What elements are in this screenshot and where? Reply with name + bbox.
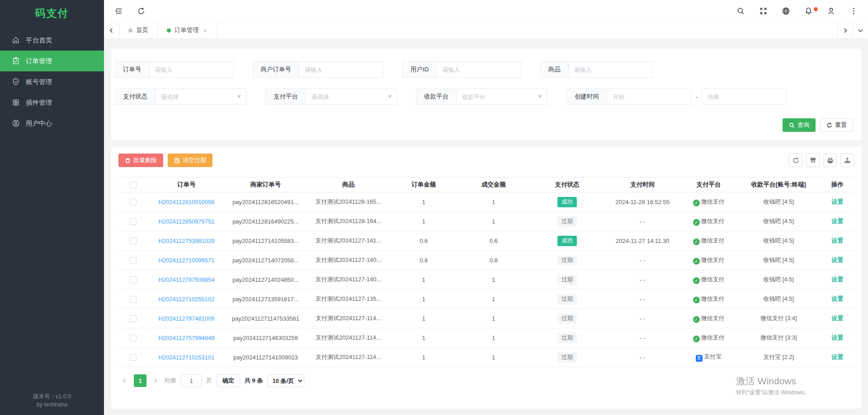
status-badge: 成功 xyxy=(557,197,577,207)
tab-close-icon[interactable]: × xyxy=(203,27,208,34)
sidebar-item-account-management[interactable]: 账号管理 xyxy=(0,71,104,92)
page-jump-input[interactable] xyxy=(181,374,202,387)
order-no-link[interactable]: H2024112757994849 xyxy=(158,335,214,341)
order-no-link[interactable]: H2024112797481009 xyxy=(158,315,214,322)
status-badge: 成功 xyxy=(557,236,577,246)
account-terminal: 收钱吧 [4:5] xyxy=(763,237,794,244)
tab-home[interactable]: 首页 xyxy=(119,22,158,38)
product-name: 支付测试20241127-114... xyxy=(316,354,381,360)
platform-name: 微信支付 xyxy=(701,237,725,244)
columns-filter-icon[interactable] xyxy=(806,154,820,167)
account-terminal: 收钱吧 [4:5] xyxy=(763,218,794,224)
filter-pay-status: 支付状态 xyxy=(115,89,246,105)
status-badge: 过期 xyxy=(557,352,577,363)
pay-time: - - xyxy=(640,315,645,322)
row-checkbox[interactable] xyxy=(130,296,137,303)
order-no-link[interactable]: H2024112797509854 xyxy=(158,276,214,283)
start-date-input[interactable] xyxy=(607,89,698,104)
tabs-scroll-right-icon[interactable] xyxy=(837,22,853,38)
end-date-input[interactable] xyxy=(702,89,793,104)
page-size-select[interactable]: 10 条/页 xyxy=(267,374,304,387)
order-no-link[interactable]: H2024112710255102 xyxy=(158,296,214,303)
order-no-link[interactable]: H2024112710099571 xyxy=(158,257,214,264)
sidebar-item-label: 平台首页 xyxy=(26,36,52,45)
status-badge: 过期 xyxy=(557,313,577,324)
table-body: H2024112810010056 pay2024112816520491...… xyxy=(118,192,854,367)
sidebar-item-platform-home[interactable]: 平台首页 xyxy=(0,30,104,51)
settings-link[interactable]: 设置 xyxy=(831,334,843,341)
pay-platform-select[interactable] xyxy=(306,89,396,104)
tabs-dropdown-icon[interactable] xyxy=(853,22,868,38)
row-checkbox[interactable] xyxy=(130,315,137,322)
status-badge: 过期 xyxy=(557,294,577,304)
order-amount: 1 xyxy=(422,276,425,283)
account-terminal: 微信支付 [3:4] xyxy=(760,315,797,322)
sidebar-item-label: 订单管理 xyxy=(26,57,52,65)
tab-order-management[interactable]: 订单管理 × xyxy=(158,22,217,38)
receive-platform-select[interactable] xyxy=(457,89,547,104)
merchant-order-no: pay2024112713591817... xyxy=(232,296,299,303)
platform-name: 微信支付 xyxy=(701,295,725,302)
sidebar-item-user-center[interactable]: 用户中心 xyxy=(0,113,104,134)
menu-fold-icon[interactable] xyxy=(114,6,123,15)
product-name: 支付测试20241127-140... xyxy=(316,256,382,263)
settings-link[interactable]: 设置 xyxy=(831,237,843,244)
user-id-input[interactable] xyxy=(437,62,521,77)
page-confirm-button[interactable]: 确定 xyxy=(217,374,240,387)
settings-link[interactable]: 设置 xyxy=(831,276,843,283)
kebab-menu-icon[interactable] xyxy=(849,6,858,15)
sidebar-item-plugin-management[interactable]: 插件管理 xyxy=(0,92,104,113)
row-checkbox[interactable] xyxy=(130,335,137,341)
settings-link[interactable]: 设置 xyxy=(831,198,843,205)
row-checkbox[interactable] xyxy=(130,218,137,225)
clear-expired-button[interactable]: 清空过期 xyxy=(168,154,212,167)
row-checkbox[interactable] xyxy=(130,199,137,205)
order-no-link[interactable]: H2024112710253101 xyxy=(158,354,214,361)
user-center-icon xyxy=(12,119,20,127)
merchant-order-no-input[interactable] xyxy=(299,62,383,77)
table-row: H2024112757994849 pay20241127146303259 支… xyxy=(118,328,854,348)
order-no-link[interactable]: H2024112850975751 xyxy=(158,218,214,225)
select-all-checkbox[interactable] xyxy=(130,182,137,188)
batch-delete-button[interactable]: 批量删除 xyxy=(118,154,163,167)
fullscreen-icon[interactable] xyxy=(759,6,768,15)
row-checkbox[interactable] xyxy=(130,257,137,264)
account-terminal: 收钱吧 [4:5] xyxy=(763,256,794,263)
next-page-icon[interactable] xyxy=(151,378,160,383)
row-checkbox[interactable] xyxy=(130,238,137,244)
printer-icon[interactable] xyxy=(823,154,837,167)
row-checkbox[interactable] xyxy=(130,354,137,361)
product-input[interactable] xyxy=(569,62,652,77)
order-amount: 1 xyxy=(422,199,425,205)
settings-link[interactable]: 设置 xyxy=(831,354,843,360)
export-icon[interactable] xyxy=(840,154,854,167)
settings-link[interactable]: 设置 xyxy=(831,295,843,302)
search-button[interactable]: 查询 xyxy=(783,118,816,132)
settings-link[interactable]: 设置 xyxy=(831,315,843,322)
order-no-input[interactable] xyxy=(150,62,233,77)
version-number: 版本号：v1.0.0 xyxy=(0,392,104,401)
reset-button[interactable]: 重置 xyxy=(820,118,853,132)
tabs-scroll-left-icon[interactable] xyxy=(104,22,119,38)
pay-status-select[interactable] xyxy=(156,89,246,104)
prev-page-icon[interactable] xyxy=(120,378,129,383)
account-icon xyxy=(12,78,20,86)
user-icon[interactable] xyxy=(826,6,835,15)
order-no-link[interactable]: H2024112810010056 xyxy=(158,199,214,205)
current-page-button[interactable]: 1 xyxy=(134,374,146,387)
settings-link[interactable]: 设置 xyxy=(831,256,843,263)
table-action-bar: 批量删除 清空过期 xyxy=(118,154,854,167)
globe-icon[interactable] xyxy=(781,6,790,15)
search-icon[interactable] xyxy=(736,6,745,15)
clear-document-icon xyxy=(174,158,180,163)
row-checkbox[interactable] xyxy=(130,276,137,283)
sidebar-item-label: 插件管理 xyxy=(26,98,52,107)
order-no-link[interactable]: H2024112753981029 xyxy=(158,238,214,244)
platform-name: 微信支付 xyxy=(701,218,725,224)
settings-link[interactable]: 设置 xyxy=(831,218,843,224)
refresh-icon[interactable] xyxy=(137,6,146,15)
bell-icon[interactable] xyxy=(804,6,813,15)
sidebar-item-order-management[interactable]: 订单管理 xyxy=(0,51,104,71)
table-refresh-icon[interactable] xyxy=(789,154,802,167)
order-amount: 1 xyxy=(422,296,425,303)
